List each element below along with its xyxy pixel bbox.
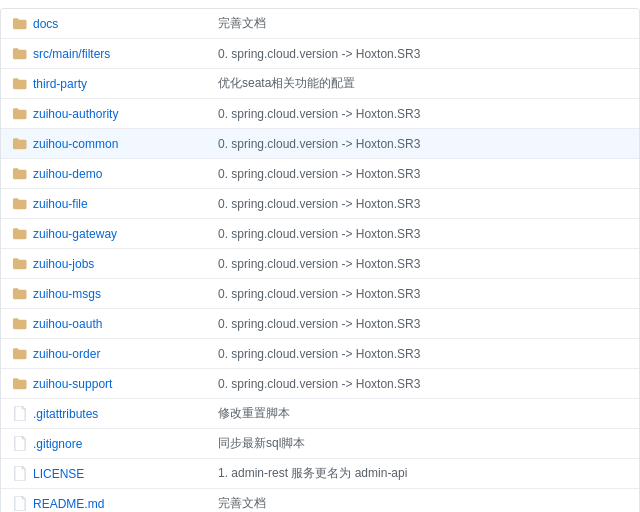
- folder-icon: [11, 76, 27, 92]
- file-name[interactable]: zuihou-support: [33, 377, 218, 391]
- folder-icon: [11, 316, 27, 332]
- file-name[interactable]: README.md: [33, 497, 218, 511]
- folder-icon: [11, 16, 27, 32]
- file-icon: [11, 466, 27, 482]
- file-icon: [11, 436, 27, 452]
- file-name[interactable]: zuihou-file: [33, 197, 218, 211]
- file-name[interactable]: zuihou-gateway: [33, 227, 218, 241]
- file-message: 0. spring.cloud.version -> Hoxton.SR3: [218, 167, 629, 181]
- file-icon: [11, 406, 27, 422]
- file-message: 完善文档: [218, 495, 629, 512]
- file-message: 0. spring.cloud.version -> Hoxton.SR3: [218, 47, 629, 61]
- file-message: 0. spring.cloud.version -> Hoxton.SR3: [218, 257, 629, 271]
- folder-icon: [11, 136, 27, 152]
- table-row: third-party优化seata相关功能的配置: [1, 69, 639, 99]
- file-message: 修改重置脚本: [218, 405, 629, 422]
- table-row: .gitattributes修改重置脚本: [1, 399, 639, 429]
- file-name[interactable]: LICENSE: [33, 467, 218, 481]
- file-name[interactable]: .gitignore: [33, 437, 218, 451]
- file-name[interactable]: zuihou-demo: [33, 167, 218, 181]
- folder-icon: [11, 376, 27, 392]
- folder-icon: [11, 346, 27, 362]
- table-row: zuihou-file0. spring.cloud.version -> Ho…: [1, 189, 639, 219]
- file-name[interactable]: third-party: [33, 77, 218, 91]
- file-message: 0. spring.cloud.version -> Hoxton.SR3: [218, 137, 629, 151]
- table-row: zuihou-authority0. spring.cloud.version …: [1, 99, 639, 129]
- file-list: docs完善文档 src/main/filters0. spring.cloud…: [0, 8, 640, 512]
- table-row: LICENSE1. admin-rest 服务更名为 admin-api: [1, 459, 639, 489]
- file-message: 0. spring.cloud.version -> Hoxton.SR3: [218, 287, 629, 301]
- folder-icon: [11, 256, 27, 272]
- file-message: 0. spring.cloud.version -> Hoxton.SR3: [218, 227, 629, 241]
- file-message: 0. spring.cloud.version -> Hoxton.SR3: [218, 317, 629, 331]
- table-row: zuihou-oauth0. spring.cloud.version -> H…: [1, 309, 639, 339]
- file-message: 0. spring.cloud.version -> Hoxton.SR3: [218, 107, 629, 121]
- file-name[interactable]: zuihou-authority: [33, 107, 218, 121]
- file-name[interactable]: docs: [33, 17, 218, 31]
- table-row: zuihou-gateway0. spring.cloud.version ->…: [1, 219, 639, 249]
- file-name[interactable]: zuihou-msgs: [33, 287, 218, 301]
- table-row: zuihou-common0. spring.cloud.version -> …: [1, 129, 639, 159]
- folder-icon: [11, 106, 27, 122]
- file-name[interactable]: zuihou-oauth: [33, 317, 218, 331]
- table-row: src/main/filters0. spring.cloud.version …: [1, 39, 639, 69]
- folder-icon: [11, 166, 27, 182]
- file-message: 优化seata相关功能的配置: [218, 75, 629, 92]
- folder-icon: [11, 286, 27, 302]
- file-name[interactable]: zuihou-order: [33, 347, 218, 361]
- file-name[interactable]: zuihou-jobs: [33, 257, 218, 271]
- file-message: 0. spring.cloud.version -> Hoxton.SR3: [218, 197, 629, 211]
- table-row: zuihou-support0. spring.cloud.version ->…: [1, 369, 639, 399]
- file-name[interactable]: zuihou-common: [33, 137, 218, 151]
- file-message: 同步最新sql脚本: [218, 435, 629, 452]
- file-name[interactable]: .gitattributes: [33, 407, 218, 421]
- table-row: zuihou-order0. spring.cloud.version -> H…: [1, 339, 639, 369]
- file-message: 0. spring.cloud.version -> Hoxton.SR3: [218, 347, 629, 361]
- file-name[interactable]: src/main/filters: [33, 47, 218, 61]
- file-icon: [11, 496, 27, 512]
- file-message: 1. admin-rest 服务更名为 admin-api: [218, 465, 629, 482]
- table-row: zuihou-jobs0. spring.cloud.version -> Ho…: [1, 249, 639, 279]
- folder-icon: [11, 46, 27, 62]
- table-row: docs完善文档: [1, 9, 639, 39]
- file-message: 完善文档: [218, 15, 629, 32]
- table-row: README.md完善文档: [1, 489, 639, 512]
- file-message: 0. spring.cloud.version -> Hoxton.SR3: [218, 377, 629, 391]
- table-row: zuihou-msgs0. spring.cloud.version -> Ho…: [1, 279, 639, 309]
- table-row: zuihou-demo0. spring.cloud.version -> Ho…: [1, 159, 639, 189]
- folder-icon: [11, 196, 27, 212]
- folder-icon: [11, 226, 27, 242]
- table-row: .gitignore同步最新sql脚本: [1, 429, 639, 459]
